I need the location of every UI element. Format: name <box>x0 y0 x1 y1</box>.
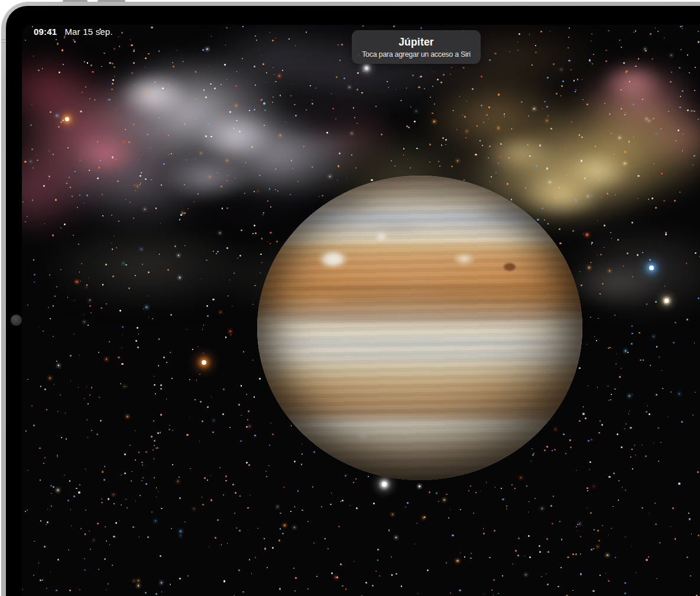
planet-jupiter[interactable] <box>257 176 582 480</box>
banner-subtitle: Toca para agregar un acceso a Siri <box>362 50 471 59</box>
planet-limb-shading <box>257 176 582 480</box>
bright-star <box>649 265 654 270</box>
bright-star <box>382 482 387 487</box>
bright-star <box>665 299 669 303</box>
status-date: Mar 15 sep. <box>64 27 112 37</box>
bright-star <box>65 117 69 121</box>
front-camera <box>11 315 22 326</box>
siri-suggestion-banner[interactable]: Júpiter Toca para agregar un acceso a Si… <box>352 30 481 64</box>
page-background: 09:41 Mar 15 sep. Júpiter Toca para agre… <box>0 0 700 596</box>
status-bar: 09:41 Mar 15 sep. <box>34 27 113 37</box>
banner-title: Júpiter <box>398 36 434 48</box>
bright-star <box>202 360 206 365</box>
screen: 09:41 Mar 15 sep. Júpiter Toca para agre… <box>22 25 700 596</box>
status-time: 09:41 <box>34 27 57 37</box>
bright-star <box>365 66 368 70</box>
